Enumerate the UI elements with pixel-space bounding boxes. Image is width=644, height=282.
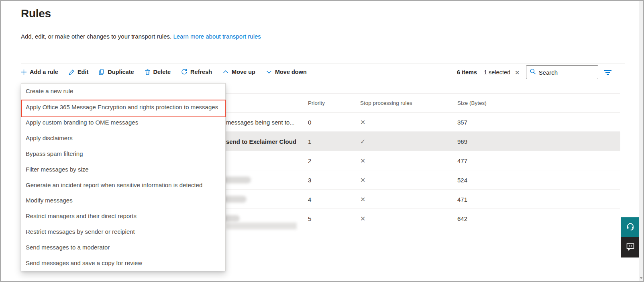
selected-count: 1 selected bbox=[484, 69, 510, 76]
rule-priority: 4 bbox=[308, 196, 311, 202]
clear-selection-icon[interactable]: ✕ bbox=[515, 69, 520, 76]
rule-name: messages being sent to... bbox=[226, 119, 295, 125]
column-header-size[interactable]: Size (Bytes) bbox=[457, 100, 487, 106]
stop-processing-cross-icon: ✕ bbox=[360, 157, 365, 164]
vertical-scrollbar[interactable] bbox=[639, 1, 643, 281]
refresh-button[interactable]: Refresh bbox=[181, 69, 212, 75]
rule-size: 969 bbox=[457, 138, 467, 145]
delete-button[interactable]: Delete bbox=[145, 69, 171, 75]
learn-more-link[interactable]: Learn more about transport rules bbox=[173, 33, 261, 40]
trash-icon bbox=[145, 69, 151, 75]
stop-processing-cross-icon: ✕ bbox=[360, 215, 365, 222]
scroll-down-arrow-icon[interactable] bbox=[640, 277, 643, 279]
add-a-rule-label: Add a rule bbox=[30, 69, 58, 75]
add-a-rule-button[interactable]: Add a rule bbox=[21, 69, 58, 75]
menu-item-apply-custom-branding[interactable]: Apply custom branding to OME messages bbox=[21, 115, 225, 131]
rule-priority: 2 bbox=[308, 157, 311, 164]
feedback-bubble-icon bbox=[626, 242, 635, 253]
help-button[interactable] bbox=[621, 217, 639, 237]
stop-processing-check-icon: ✓ bbox=[360, 137, 365, 145]
feedback-button[interactable] bbox=[621, 237, 639, 257]
search-icon bbox=[530, 68, 536, 76]
rule-size: 471 bbox=[457, 196, 467, 202]
list-status: 6 items 1 selected ✕ bbox=[457, 64, 612, 80]
items-count: 6 items bbox=[457, 69, 477, 76]
toolbar: Add a rule Edit Duplicate Delete Refresh bbox=[21, 65, 307, 79]
move-up-label: Move up bbox=[232, 69, 255, 75]
chevron-up-icon bbox=[222, 69, 229, 75]
rule-name: send to Exclaimer Cloud bbox=[226, 138, 296, 145]
rule-priority: 3 bbox=[308, 176, 311, 183]
redacted-rule-name bbox=[224, 176, 251, 183]
headset-icon bbox=[626, 222, 635, 233]
rule-template-menu: Create a new rule Apply Office 365 Messa… bbox=[21, 83, 226, 271]
pencil-icon bbox=[69, 69, 75, 75]
page-title: Rules bbox=[21, 7, 51, 20]
move-down-button[interactable]: Move down bbox=[266, 69, 307, 75]
menu-item-bypass-spam-filtering[interactable]: Bypass spam filtering bbox=[21, 146, 225, 161]
menu-item-restrict-managers[interactable]: Restrict managers and their direct repor… bbox=[21, 208, 225, 224]
edit-label: Edit bbox=[77, 69, 88, 75]
chevron-down-icon bbox=[266, 69, 272, 75]
menu-item-modify-messages[interactable]: Modify messages bbox=[21, 193, 225, 208]
redacted-content bbox=[226, 223, 297, 229]
duplicate-label: Duplicate bbox=[108, 69, 134, 75]
stop-processing-cross-icon: ✕ bbox=[360, 118, 365, 126]
rule-priority: 1 bbox=[308, 138, 311, 145]
menu-item-create-new-rule[interactable]: Create a new rule bbox=[21, 84, 225, 99]
menu-item-apply-ome-encryption[interactable]: Apply Office 365 Message Encryption and … bbox=[21, 99, 225, 115]
delete-label: Delete bbox=[153, 69, 171, 75]
rule-priority: 5 bbox=[308, 215, 311, 222]
edit-button[interactable]: Edit bbox=[69, 69, 88, 75]
plus-icon bbox=[21, 69, 27, 75]
rule-size: 357 bbox=[457, 119, 467, 125]
page-description-text: Add, edit, or make other changes to your… bbox=[21, 33, 171, 40]
move-up-button[interactable]: Move up bbox=[222, 69, 255, 75]
transport-rules-page: Rules Add, edit, or make other changes t… bbox=[0, 0, 644, 282]
menu-item-restrict-by-sender-recipient[interactable]: Restrict messages by sender or recipient bbox=[21, 224, 225, 239]
redacted-rule-name bbox=[224, 215, 240, 222]
refresh-icon bbox=[181, 69, 187, 75]
rule-size: 642 bbox=[457, 215, 467, 222]
rule-priority: 0 bbox=[308, 119, 311, 125]
stop-processing-cross-icon: ✕ bbox=[360, 176, 365, 184]
duplicate-button[interactable]: Duplicate bbox=[99, 69, 134, 75]
rule-size: 477 bbox=[457, 157, 467, 164]
rule-size: 524 bbox=[457, 176, 467, 183]
page-description: Add, edit, or make other changes to your… bbox=[21, 33, 261, 40]
stop-processing-cross-icon: ✕ bbox=[360, 195, 365, 203]
menu-item-send-to-moderator[interactable]: Send messages to a moderator bbox=[21, 239, 225, 255]
refresh-label: Refresh bbox=[190, 69, 212, 75]
copy-icon bbox=[99, 69, 105, 75]
search-box[interactable] bbox=[526, 65, 598, 79]
move-down-label: Move down bbox=[275, 69, 307, 75]
column-header-priority[interactable]: Priority bbox=[308, 100, 325, 106]
menu-item-filter-messages-by-size[interactable]: Filter messages by size bbox=[21, 161, 225, 177]
search-input[interactable] bbox=[539, 69, 587, 76]
filter-icon[interactable] bbox=[604, 69, 612, 75]
redacted-rule-name bbox=[224, 196, 247, 202]
menu-item-apply-disclaimers[interactable]: Apply disclaimers bbox=[21, 130, 225, 146]
toolbar-divider bbox=[21, 63, 625, 63]
menu-item-generate-incident-report[interactable]: Generate an incident report when sensiti… bbox=[21, 177, 225, 193]
column-header-stop-processing[interactable]: Stop processing rules bbox=[360, 100, 412, 106]
menu-item-send-and-save-copy[interactable]: Send messages and save a copy for review bbox=[21, 255, 225, 271]
